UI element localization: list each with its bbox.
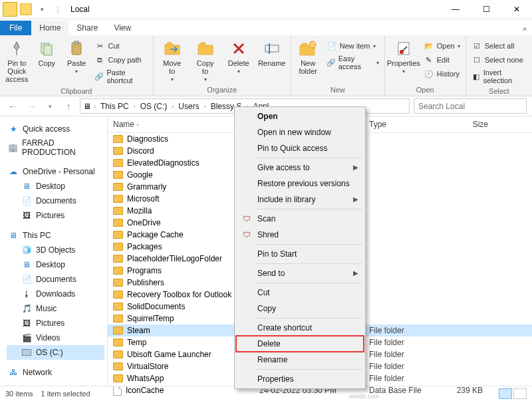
pictures-icon: 🖼: [21, 210, 32, 221]
copy-to-button[interactable]: Copy to▾: [191, 37, 220, 82]
paste-shortcut-button[interactable]: 🔗Paste shortcut: [93, 67, 148, 86]
crumb[interactable]: Users: [176, 102, 201, 111]
nav-videos[interactable]: 🎬Videos: [7, 331, 104, 345]
copy-button[interactable]: Copy: [34, 37, 60, 67]
folder-icon: [113, 291, 123, 299]
nav-onedrive-documents[interactable]: 📄Documents: [7, 194, 104, 208]
nav-documents[interactable]: 📄Documents: [7, 272, 104, 287]
ctx-pin-start[interactable]: Pin to Start: [236, 246, 364, 262]
nav-music[interactable]: 🎵Music: [7, 301, 104, 316]
ctx-create-shortcut[interactable]: Create shortcut: [236, 320, 364, 336]
group-new: New folder 📄New item ▾ 🔗Easy access ▾ Ne…: [291, 35, 385, 96]
details-view-button[interactable]: [499, 388, 512, 399]
file-name: Publishers: [127, 278, 164, 287]
ribbon-collapse-icon[interactable]: ^: [523, 26, 532, 35]
group-organize: Move to▾ Copy to▾ Delete▾ Rename Organiz…: [154, 35, 291, 96]
nav-downloads[interactable]: ⭳Downloads: [7, 287, 104, 301]
move-to-button[interactable]: Move to▾: [158, 37, 187, 82]
ctx-copy[interactable]: Copy: [236, 301, 364, 317]
col-size[interactable]: Size: [440, 116, 493, 132]
pin-to-quick-access-button[interactable]: Pin to Quick access: [4, 37, 30, 83]
easy-access-button[interactable]: 🔗Easy access ▾: [325, 53, 380, 72]
ctx-restore[interactable]: Restore previous versions: [236, 176, 364, 192]
up-button[interactable]: ↑: [61, 101, 76, 112]
close-button[interactable]: ✕: [501, 0, 532, 19]
nav-quick-access[interactable]: ★Quick access: [7, 122, 104, 136]
new-item-icon: 📄: [327, 41, 337, 51]
nav-network[interactable]: 🖧Network: [7, 365, 104, 380]
nav-farrad[interactable]: 🏢FARRAD PRODUCTION: [7, 136, 104, 159]
crumb[interactable]: This PC: [98, 102, 131, 111]
delete-button[interactable]: Delete▾: [224, 37, 253, 74]
nav-this-pc[interactable]: 🖥This PC: [7, 228, 104, 243]
shield-icon: 🛡: [241, 229, 252, 240]
tab-home[interactable]: Home: [31, 21, 68, 35]
tab-file[interactable]: File: [0, 21, 31, 35]
ctx-shred[interactable]: 🛡Shred: [236, 227, 364, 243]
thumbnails-view-button[interactable]: [513, 388, 527, 399]
nav-desktop[interactable]: 🖥Desktop: [7, 257, 104, 272]
properties-button[interactable]: Properties▾: [389, 37, 418, 74]
folder-icon: [113, 338, 123, 346]
new-item-button[interactable]: 📄New item ▾: [325, 39, 380, 53]
file-name: OneDrive: [127, 218, 161, 227]
new-folder-icon: [298, 39, 318, 58]
col-name[interactable]: Name ^: [108, 116, 254, 132]
delete-x-icon: [229, 39, 249, 58]
pc-icon: 🖥: [83, 102, 91, 111]
chevron-right-icon: ▶: [353, 269, 358, 277]
ctx-include-library[interactable]: Include in library▶: [236, 192, 364, 207]
folder-icon: [196, 39, 215, 58]
nav-onedrive-pictures[interactable]: 🖼Pictures: [7, 208, 104, 223]
ctx-scan[interactable]: 🛡Scan: [236, 211, 364, 227]
nav-onedrive-desktop[interactable]: 🖥Desktop: [7, 179, 104, 194]
copy-path-button[interactable]: ⧉Copy path: [93, 53, 148, 67]
open-button[interactable]: 📂Open ▾: [422, 39, 462, 53]
cut-button[interactable]: ✂Cut: [93, 39, 148, 53]
building-icon: 🏢: [8, 142, 18, 153]
ctx-give-access[interactable]: Give access to▶: [236, 160, 364, 176]
select-all-button[interactable]: ☑Select all: [470, 39, 528, 53]
new-folder-button[interactable]: New folder: [295, 37, 321, 75]
maximize-button[interactable]: ☐: [471, 0, 501, 19]
invert-selection-button[interactable]: ◧Invert selection: [470, 67, 528, 86]
select-none-button[interactable]: ☐Select none: [470, 53, 528, 67]
recent-dropdown[interactable]: ▾: [43, 103, 57, 110]
tab-share[interactable]: Share: [68, 21, 106, 35]
folder-icon: [113, 350, 123, 358]
rename-button[interactable]: Rename: [257, 37, 287, 67]
nav-3d-objects[interactable]: 🧊3D Objects: [7, 243, 104, 257]
paste-button[interactable]: Paste▾: [64, 37, 90, 74]
ctx-send-to[interactable]: Send to▶: [236, 265, 364, 281]
rename-icon: [262, 39, 282, 58]
file-name: ElevatedDiagnostics: [127, 158, 200, 168]
file-name: Diagnostics: [127, 134, 168, 144]
col-type[interactable]: Type: [364, 116, 440, 132]
file-type: File folder: [364, 374, 440, 383]
svg-rect-3: [74, 41, 78, 44]
history-button[interactable]: 🕘History: [422, 67, 462, 80]
nav-pictures[interactable]: 🖼Pictures: [7, 316, 104, 331]
ctx-new-window[interactable]: Open in new window: [236, 124, 364, 140]
ribbon: Pin to Quick access Copy Paste▾ ✂Cut ⧉Co…: [0, 35, 532, 96]
ctx-pin-quick[interactable]: Pin to Quick access: [236, 140, 364, 156]
file-name: Packages: [127, 242, 162, 251]
nav-onedrive[interactable]: ☁OneDrive - Personal: [7, 164, 104, 179]
search-input[interactable]: [414, 98, 527, 114]
edit-button[interactable]: ✎Edit: [422, 53, 462, 67]
videos-icon: 🎬: [21, 333, 32, 343]
ctx-rename[interactable]: Rename: [236, 352, 364, 368]
minimize-button[interactable]: —: [440, 0, 471, 19]
ctx-delete[interactable]: Delete: [235, 335, 364, 352]
ctx-cut[interactable]: Cut: [236, 285, 364, 301]
crumb[interactable]: OS (C:): [138, 102, 170, 111]
qat-dropdown-icon[interactable]: ▾: [35, 2, 49, 17]
disk-icon: [21, 347, 32, 358]
forward-button[interactable]: →: [24, 101, 39, 112]
file-name: PlaceholderTileLogoFolder: [127, 254, 222, 263]
tab-view[interactable]: View: [106, 21, 139, 35]
back-button[interactable]: ←: [5, 101, 20, 112]
ctx-open[interactable]: Open: [236, 108, 364, 124]
nav-os-c[interactable]: OS (C:): [7, 345, 104, 360]
ctx-properties[interactable]: Properties: [236, 371, 364, 387]
